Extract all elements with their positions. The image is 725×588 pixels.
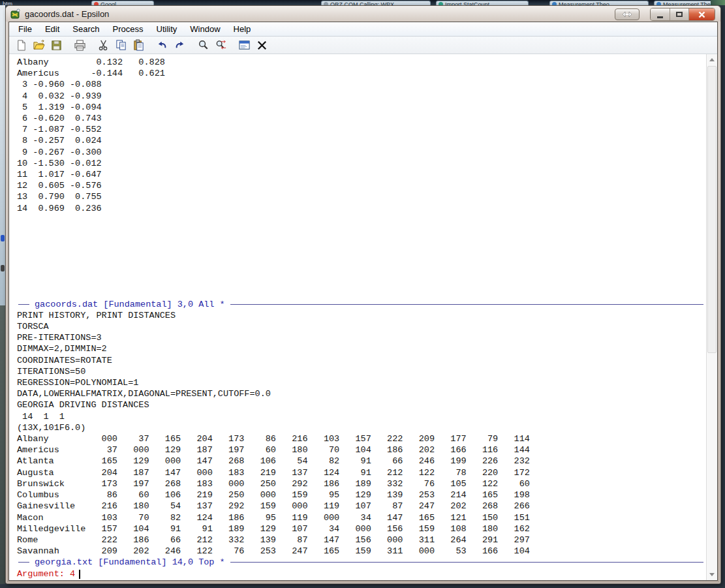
- text-cursor: [79, 570, 80, 579]
- modeline-rule: [18, 304, 29, 305]
- minimize-button[interactable]: [651, 8, 670, 20]
- background-shadow-sliver: [0, 305, 5, 584]
- minibuffer[interactable]: Argument: 4: [17, 568, 706, 580]
- background-tab[interactable]: Googl: [91, 1, 154, 5]
- maximize-icon: [676, 12, 683, 17]
- buffer-display-icon: [238, 39, 253, 52]
- new-button[interactable]: [14, 38, 30, 52]
- background-tab[interactable]: Measurement Theo: [654, 1, 717, 5]
- menu-file[interactable]: File: [12, 23, 39, 35]
- menu-process[interactable]: Process: [106, 23, 150, 35]
- background-tab[interactable]: htm: [1, 1, 25, 5]
- undo-button[interactable]: [155, 38, 171, 52]
- redo-button[interactable]: [173, 38, 189, 52]
- cut-icon: [97, 39, 112, 52]
- toolbar: [9, 37, 717, 54]
- menu-window[interactable]: Window: [183, 23, 226, 35]
- buffer-gacoords-text[interactable]: Albany 0.132 0.828 Americus -0.144 0.621…: [17, 57, 706, 214]
- background-browser-strip: htmGooglQRZ.COM Calling: WPXImport StatC…: [0, 0, 725, 5]
- window-title: gacoords.dat - Epsilon: [25, 9, 109, 19]
- paste-button[interactable]: [132, 38, 147, 52]
- scrollbar-thumb[interactable]: [707, 66, 717, 353]
- background-tab[interactable]: QRZ.COM Calling: WPX: [321, 1, 431, 5]
- buffer-display-button[interactable]: [238, 38, 253, 52]
- text-pane: Albany 0.132 0.828 Americus -0.144 0.621…: [9, 54, 717, 580]
- undo-icon: [156, 39, 170, 52]
- paste-icon: [132, 39, 147, 52]
- maximize-button[interactable]: [670, 8, 688, 20]
- modeline-rule: [230, 562, 703, 563]
- menu-bar: FileEditSearchProcessUtilityWindowHelp: [9, 22, 717, 37]
- find-icon: [197, 39, 211, 52]
- copy-icon: [115, 39, 129, 52]
- scroll-down-button[interactable]: [707, 569, 717, 580]
- minimize-icon: [657, 16, 663, 18]
- vertical-scrollbar[interactable]: [706, 54, 717, 580]
- scroll-down-icon: [709, 573, 715, 576]
- print-button[interactable]: [73, 38, 89, 52]
- menu-search[interactable]: Search: [66, 23, 106, 35]
- save-button[interactable]: [50, 38, 65, 52]
- resize-arrows-icon: [622, 11, 632, 18]
- buffer-georgia-text[interactable]: PRINT HISTORY, PRINT DISTANCES TORSCA PR…: [17, 310, 706, 557]
- minibuffer-prompt: Argument:: [17, 568, 65, 580]
- resize-button[interactable]: [615, 8, 640, 20]
- epsilon-window: gacoords.dat - Epsilon: [5, 5, 721, 584]
- toolbar-group: [14, 38, 65, 52]
- toolbar-group: [238, 38, 271, 52]
- toolbar-group: [97, 38, 147, 52]
- save-icon: [50, 39, 65, 52]
- close-button[interactable]: [688, 8, 715, 20]
- modeline-rule: [18, 562, 29, 563]
- open-icon: [33, 39, 47, 52]
- modeline-gacoords: gacoords.dat [Fundamental] 3,0 All *: [17, 299, 706, 310]
- menu-utility[interactable]: Utility: [150, 23, 184, 35]
- redo-icon: [174, 39, 188, 52]
- modeline-rule: [230, 304, 703, 305]
- buffer-empty-space: [17, 214, 706, 299]
- modeline-georgia-text: georgia.txt [Fundamental] 14,0 Top *: [29, 557, 230, 568]
- delete-button[interactable]: [255, 38, 271, 52]
- close-icon: [698, 11, 705, 18]
- epsilon-app-icon: [10, 8, 21, 19]
- scroll-up-button[interactable]: [707, 54, 717, 65]
- toolbar-group: [73, 38, 89, 52]
- toolbar-group: [155, 38, 189, 52]
- new-icon: [15, 39, 29, 52]
- minibuffer-value: 4: [70, 568, 75, 580]
- background-window-sliver: [0, 5, 5, 305]
- print-icon: [74, 39, 88, 52]
- delete-icon: [256, 39, 270, 52]
- editor-document[interactable]: Albany 0.132 0.828 Americus -0.144 0.621…: [9, 54, 706, 580]
- title-bar[interactable]: gacoords.dat - Epsilon: [6, 6, 720, 22]
- copy-button[interactable]: [114, 38, 130, 52]
- scroll-up-icon: [709, 58, 715, 61]
- modeline-gacoords-text: gacoords.dat [Fundamental] 3,0 All *: [29, 299, 230, 310]
- toolbar-group: [196, 38, 230, 52]
- background-tab[interactable]: Measurement Theo: [549, 1, 649, 5]
- modeline-georgia: georgia.txt [Fundamental] 14,0 Top *: [17, 557, 706, 568]
- background-tab[interactable]: Import StatCount: [436, 1, 529, 5]
- find-button[interactable]: [196, 38, 212, 52]
- find-replace-button[interactable]: [214, 38, 230, 52]
- open-button[interactable]: [32, 38, 48, 52]
- background-link-fragment: [1, 235, 5, 241]
- background-text-fragment: [1, 265, 5, 271]
- find-replace-icon: [215, 39, 229, 52]
- client-area: FileEditSearchProcessUtilityWindowHelp A…: [8, 22, 718, 581]
- menu-help[interactable]: Help: [227, 23, 258, 35]
- menu-edit[interactable]: Edit: [39, 23, 66, 35]
- background-desktop-fragment: [711, 0, 725, 5]
- cut-button[interactable]: [97, 38, 112, 52]
